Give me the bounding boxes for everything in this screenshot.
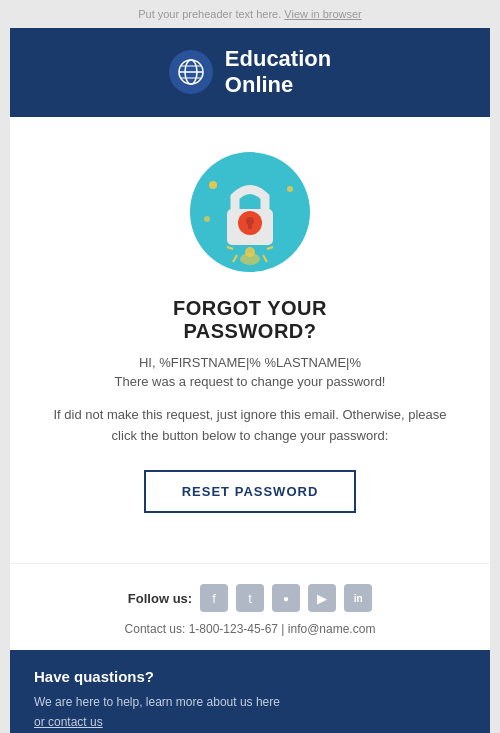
faq-title: Have quastions?: [34, 668, 466, 685]
contact-text: Contact us: 1-800-123-45-67 | info@name.…: [30, 622, 470, 636]
email-wrapper: Put your preheader text here. View in br…: [0, 0, 500, 733]
lock-svg: [185, 147, 315, 277]
svg-point-8: [204, 216, 210, 222]
youtube-icon[interactable]: ▶: [308, 584, 336, 612]
svg-point-7: [287, 186, 293, 192]
facebook-icon[interactable]: f: [200, 584, 228, 612]
brand-name: Education Online: [225, 46, 331, 99]
lock-illustration: [185, 147, 315, 277]
faq-section: Have quastions? We are here to help, lea…: [10, 650, 490, 733]
reset-button-wrapper: RESET PASSWORD: [50, 470, 450, 513]
view-browser-link[interactable]: View in browser: [284, 8, 361, 20]
social-section: Follow us: f t ● ▶ in Contact us: 1-800-…: [10, 563, 490, 650]
forgot-title: FORGOT YOUR PASSWORD?: [50, 297, 450, 343]
info-text: If did not make this request, just ignor…: [50, 405, 450, 447]
globe-icon: [176, 57, 206, 87]
email-container: Education Online: [10, 28, 490, 733]
follow-row: Follow us: f t ● ▶ in: [30, 584, 470, 612]
faq-contact-link[interactable]: or contact us: [34, 715, 103, 729]
greeting-text: HI, %FIRSTNAME|% %LASTNAME|%: [50, 355, 450, 370]
request-text: There was a request to change your passw…: [50, 374, 450, 389]
preheader-bar: Put your preheader text here. View in br…: [0, 0, 500, 28]
faq-body: We are here to help, learn more about us…: [34, 693, 466, 731]
twitter-icon[interactable]: t: [236, 584, 264, 612]
follow-label: Follow us:: [128, 591, 192, 606]
logo-circle: [169, 50, 213, 94]
svg-rect-12: [248, 223, 252, 229]
preheader-text: Put your preheader text here.: [138, 8, 281, 20]
email-header: Education Online: [10, 28, 490, 117]
instagram-icon[interactable]: ●: [272, 584, 300, 612]
hero-section: FORGOT YOUR PASSWORD? HI, %FIRSTNAME|% %…: [10, 117, 490, 564]
reset-password-button[interactable]: RESET PASSWORD: [144, 470, 357, 513]
linkedin-icon[interactable]: in: [344, 584, 372, 612]
svg-point-6: [209, 181, 217, 189]
svg-point-14: [245, 247, 255, 257]
